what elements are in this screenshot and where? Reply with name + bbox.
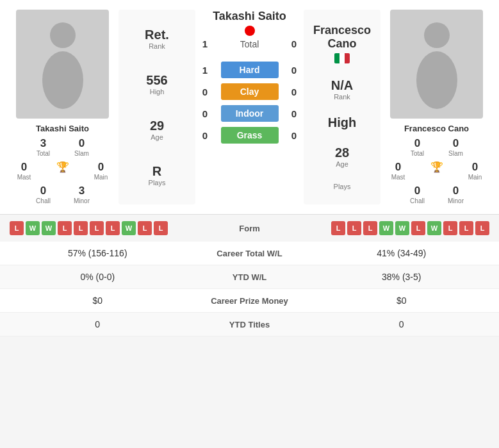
middle-section: Takashi Saito 1 Total 0 1 Hard 0 0 (195, 10, 304, 204)
player2-ytd-wl: 38% (3-5) (314, 272, 490, 282)
player2-age-value: 28 (335, 145, 349, 160)
clay-score-p1: 0 (199, 87, 211, 97)
prize-row: $0 Career Prize Money $0 (0, 289, 499, 313)
total-score-p1: 1 (199, 38, 211, 49)
player2-center-stats: Francesco Cano N/A Rank High 28 Age (304, 10, 380, 204)
player1-rank-stat: Ret. Rank (145, 28, 169, 50)
player1-slam-value: 0 (79, 137, 85, 150)
player1-slam-stat: 0 Slam (67, 137, 96, 157)
form-pill: L (411, 221, 425, 235)
player2-name-big: Francesco Cano (307, 24, 377, 51)
player1-stats-mid: 0 Mast 🏆 0 Main (6, 161, 119, 181)
form-pill: L (90, 221, 104, 235)
player1-chall-label: Chall (36, 197, 51, 204)
player2-high-stat: High (328, 115, 356, 130)
indoor-score-p1: 0 (199, 108, 211, 119)
form-pill: L (138, 221, 152, 235)
player1-flag (245, 26, 255, 36)
player2-form-pills: LLLWWLWLLL (331, 221, 489, 235)
player2-stats-top: 0 Total 0 Slam (380, 137, 493, 157)
player2-career-wl: 41% (34-49) (314, 248, 490, 258)
main-container: Takashi Saito 3 Total 0 Slam 0 Mast 🏆 (0, 0, 499, 336)
player1-career-wl: 57% (156-116) (10, 248, 186, 258)
player1-minor-stat: 3 Minor (67, 185, 96, 204)
player2-total-value: 0 (414, 137, 420, 150)
clay-row: 0 Clay 0 (199, 82, 300, 101)
player2-rank-value: N/A (331, 78, 353, 93)
hard-badge: Hard (221, 62, 279, 78)
ytd-wl-label: YTD W/L (186, 272, 314, 282)
total-label: Total (221, 39, 279, 49)
prize-label: Career Prize Money (186, 296, 314, 306)
player2-slam-value: 0 (453, 137, 459, 150)
player1-prize: $0 (10, 295, 186, 306)
player2-age-stat: 28 Age (335, 145, 349, 168)
player1-center-stats: Ret. Rank 556 High 29 Age R Plays (119, 10, 195, 204)
player1-age-stat: 29 Age (150, 119, 164, 141)
grass-badge: Grass (221, 127, 279, 144)
form-pill: L (74, 221, 88, 235)
form-pill: W (42, 221, 56, 235)
player2-slam-stat: 0 Slam (441, 137, 470, 157)
form-pill: W (395, 221, 409, 235)
hard-score-p2: 0 (288, 65, 300, 76)
player1-plays-label: Plays (149, 179, 166, 187)
player1-mast-value: 0 (21, 161, 27, 174)
form-pill: L (106, 221, 120, 235)
total-row: 1 Total 0 (199, 36, 300, 52)
player2-minor-label: Minor (448, 197, 464, 204)
form-pill: L (363, 221, 377, 235)
player2-flag (334, 53, 350, 63)
player1-minor-value: 3 (79, 185, 85, 197)
player1-high-label: High (150, 88, 165, 95)
player2-mast-stat: 0 Mast (384, 161, 413, 181)
player1-photo (16, 10, 109, 119)
player1-age-label: Age (151, 133, 163, 141)
player1-mast-label: Mast (17, 174, 31, 181)
player2-mast-value: 0 (395, 161, 401, 174)
player2-trophy-icon-container: 🏆 (422, 161, 451, 181)
player2-main-label: Main (468, 174, 482, 181)
player1-name: Takashi Saito (36, 124, 89, 133)
form-pill: L (347, 221, 361, 235)
career-wl-row: 57% (156-116) Career Total W/L 41% (34-4… (0, 242, 499, 265)
player2-ytd-titles: 0 (314, 319, 490, 329)
top-section: Takashi Saito 3 Total 0 Slam 0 Mast 🏆 (0, 0, 499, 214)
player1-name-area: Takashi Saito (199, 10, 300, 36)
player2-rank-label: Rank (334, 93, 350, 101)
player2-name-area: Francesco Cano (307, 24, 377, 63)
svg-point-2 (424, 22, 450, 48)
hard-score-p1: 1 (199, 65, 211, 76)
player2-chall-stat: 0 Chall (403, 185, 432, 204)
player1-main-stat: 0 Main (86, 161, 115, 181)
player2-slam-label: Slam (448, 150, 463, 157)
form-pill: L (58, 221, 72, 235)
player1-age-value: 29 (150, 119, 164, 133)
clay-badge: Clay (221, 83, 279, 100)
total-score-p2: 0 (288, 38, 300, 49)
svg-point-3 (416, 51, 457, 109)
player1-main-label: Main (94, 174, 108, 181)
player1-ytd-wl: 0% (0-0) (10, 272, 186, 282)
form-pill: W (427, 221, 441, 235)
player1-chall-stat: 0 Chall (29, 185, 58, 204)
form-pill: W (379, 221, 393, 235)
ytd-titles-label: YTD Titles (186, 320, 314, 329)
player1-name-big: Takashi Saito (213, 10, 286, 23)
player2-minor-stat: 0 Minor (441, 185, 470, 204)
player1-ytd-titles: 0 (10, 319, 186, 329)
form-pill: L (154, 221, 168, 235)
indoor-row: 0 Indoor 0 (199, 104, 300, 123)
player2-plays-label: Plays (334, 183, 351, 190)
player2-age-label: Age (336, 160, 348, 168)
player2-photo (390, 10, 483, 119)
player2-main-value: 0 (472, 161, 478, 174)
player2-chall-label: Chall (410, 197, 425, 204)
svg-point-1 (42, 51, 83, 109)
player2-mast-label: Mast (391, 174, 405, 181)
player2-minor-value: 0 (453, 185, 459, 197)
player2-card: Francesco Cano 0 Total 0 Slam 0 Mast 🏆 (380, 10, 493, 204)
form-pill: W (26, 221, 40, 235)
clay-score-p2: 0 (288, 87, 300, 97)
surface-rows: 1 Hard 0 0 Clay 0 0 Indoor 0 (199, 60, 300, 145)
